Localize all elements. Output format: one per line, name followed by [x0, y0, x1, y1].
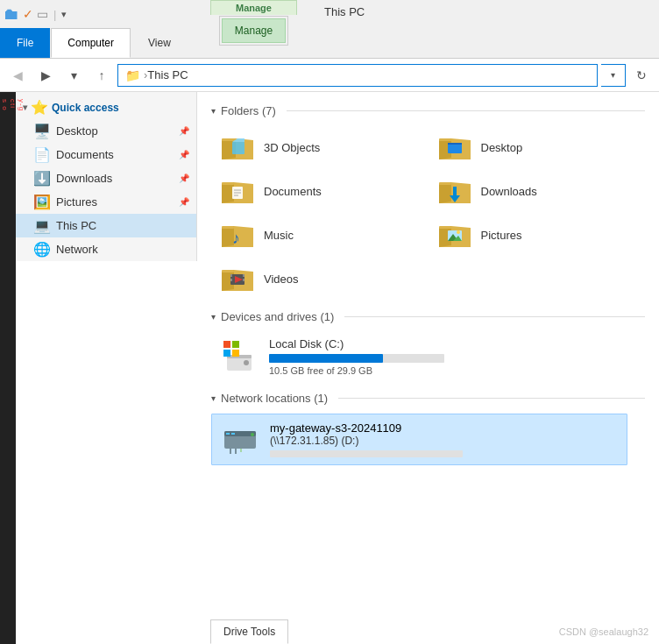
ribbon-tabs: File Computer View Drive Tools	[0, 28, 659, 58]
address-bar: ◀ ▶ ▾ ↑ 📁 › This PC ▾ ↻	[0, 59, 659, 92]
devices-divider	[344, 316, 645, 317]
drive-space-c: 10.5 GB free of 29.9 GB	[269, 365, 636, 376]
tab-view[interactable]: View	[131, 28, 188, 58]
drive-bar-fill	[269, 354, 383, 363]
folders-chevron-icon: ▾	[211, 106, 216, 116]
pin-icon: 📌	[179, 126, 189, 136]
manage-section: Manage Manage	[210, 0, 297, 46]
network-info: my-gateway-s3-20241109 (\\172.31.1.85) (…	[270, 421, 463, 457]
sidebar-item-downloads[interactable]: ⬇️ Downloads 📌	[16, 166, 196, 190]
sidebar-documents-label: Documents	[56, 148, 114, 161]
sidebar: ▾ ⭐ Quick access 🖥️ Desktop 📌 📄 Document…	[16, 92, 197, 261]
folder-name-documents: Documents	[264, 185, 322, 198]
watermark: CSDN @sealaugh32	[559, 626, 648, 637]
drive-info-c: Local Disk (C:) 10.5 GB free of 29.9 GB	[269, 337, 636, 376]
svg-rect-6	[448, 143, 462, 145]
folder-item-downloads[interactable]: Downloads	[429, 170, 646, 212]
folders-grid: 3D Objects Desktop	[211, 126, 645, 300]
side-label2	[0, 111, 16, 146]
folder-name-pictures: Pictures	[481, 229, 522, 242]
svg-rect-38	[226, 433, 230, 435]
network-item-bar	[270, 450, 463, 457]
svg-rect-27	[243, 279, 244, 281]
svg-rect-4	[439, 138, 451, 141]
folder-item-documents[interactable]: Documents	[211, 170, 429, 212]
svg-rect-42	[240, 449, 242, 452]
svg-rect-25	[230, 279, 232, 281]
svg-rect-24	[230, 274, 232, 277]
sidebar-wrapper: y-gctis o ▾ ⭐ Quick access 🖥️ Desktop 📌 …	[0, 92, 197, 644]
network-locations: my-gateway-s3-20241109 (\\172.31.1.85) (…	[211, 414, 645, 465]
folders-section-header[interactable]: ▾ Folders (7)	[211, 104, 645, 117]
pin-icon-docs: 📌	[179, 150, 189, 159]
network-chevron-icon: ▾	[211, 393, 216, 403]
blank-icon: ▭	[37, 7, 48, 21]
network-item-name: my-gateway-s3-20241109	[270, 421, 463, 435]
this-pc-label: This PC	[56, 219, 96, 232]
network-item-path: (\\172.31.1.85) (D:)	[270, 435, 463, 447]
folder-item-videos[interactable]: Videos	[211, 258, 429, 300]
svg-point-43	[251, 433, 254, 436]
sidebar-item-network[interactable]: 🌐 Network	[16, 237, 196, 261]
black-strip: y-gctis o	[0, 92, 16, 644]
main-layout: y-gctis o ▾ ⭐ Quick access 🖥️ Desktop 📌 …	[0, 92, 659, 644]
folder-name-desktop: Desktop	[481, 141, 523, 154]
recent-locations-button[interactable]: ▾	[61, 63, 86, 88]
folder-icon-music: ♪	[220, 219, 255, 251]
svg-rect-1	[232, 142, 244, 154]
sidebar-section-quick-access[interactable]: ▾ ⭐ Quick access	[16, 92, 196, 119]
tab-computer[interactable]: Computer	[51, 28, 131, 58]
this-pc-icon: 💻	[33, 217, 51, 234]
folder-name-3d: 3D Objects	[264, 141, 320, 154]
svg-text:♪: ♪	[232, 230, 240, 247]
drive-tools-tab-area: Manage	[219, 16, 288, 46]
folder-name-downloads: Downloads	[481, 185, 537, 198]
tab-file[interactable]: File	[0, 28, 50, 58]
manage-button[interactable]: Manage	[222, 18, 286, 43]
back-button[interactable]: ◀	[5, 63, 30, 88]
sidebar-item-pictures[interactable]: 🖼️ Pictures 📌	[16, 190, 196, 214]
folder-item-music[interactable]: ♪ Music	[211, 214, 429, 256]
drive-icon-c	[220, 339, 259, 374]
network-label: Network	[56, 243, 98, 256]
quick-access-label: Quick access	[52, 102, 119, 114]
sidebar-item-documents[interactable]: 📄 Documents 📌	[16, 143, 196, 166]
network-item-gateway[interactable]: my-gateway-s3-20241109 (\\172.31.1.85) (…	[211, 414, 627, 465]
dropdown-arrow-icon[interactable]: ▾	[61, 9, 67, 20]
devices-section-header[interactable]: ▾ Devices and drives (1)	[211, 310, 645, 323]
forward-button[interactable]: ▶	[33, 63, 58, 88]
svg-rect-32	[223, 341, 230, 348]
quick-access-star-icon: ⭐	[31, 99, 48, 116]
tab-drive-tools[interactable]: Drive Tools	[210, 619, 288, 644]
pin-icon-pics: 📌	[179, 197, 189, 207]
network-divider	[338, 398, 645, 399]
address-path: This PC	[147, 68, 188, 81]
svg-rect-26	[243, 274, 244, 277]
folder-icon-videos	[220, 263, 255, 294]
folder-item-3d-objects[interactable]: 3D Objects	[211, 126, 429, 168]
manage-label: Manage	[210, 0, 297, 15]
sidebar-item-this-pc[interactable]: 💻 This PC	[16, 214, 196, 237]
folder-icon-desktop	[437, 131, 472, 163]
side-label: y-gctis o	[0, 92, 25, 111]
svg-rect-12	[439, 182, 451, 185]
sidebar-item-desktop[interactable]: 🖥️ Desktop 📌	[16, 119, 196, 143]
address-field[interactable]: 📁 › This PC	[117, 64, 598, 87]
ribbon: 🖿 ✓ ▭ | ▾ Manage Manage This PC File Com…	[0, 0, 659, 59]
drive-name-c: Local Disk (C:)	[269, 337, 636, 350]
network-section-header[interactable]: ▾ Network locations (1)	[211, 392, 645, 405]
refresh-button[interactable]: ↻	[629, 63, 654, 88]
svg-rect-34	[223, 350, 230, 357]
folder-name-videos: Videos	[264, 272, 299, 286]
address-dropdown-button[interactable]: ▾	[601, 64, 626, 87]
svg-rect-33	[232, 341, 239, 348]
folder-icon-3d	[220, 131, 255, 163]
folder-item-desktop[interactable]: Desktop	[429, 126, 646, 168]
up-button[interactable]: ↑	[89, 63, 114, 88]
svg-rect-40	[230, 449, 231, 454]
content-area: ▾ Folders (7) 3D Object	[197, 92, 659, 644]
svg-rect-41	[235, 449, 237, 454]
downloads-folder-icon: ⬇️	[33, 170, 51, 187]
folder-item-pictures[interactable]: Pictures	[429, 214, 646, 256]
drive-item-c[interactable]: Local Disk (C:) 10.5 GB free of 29.9 GB	[211, 332, 645, 381]
